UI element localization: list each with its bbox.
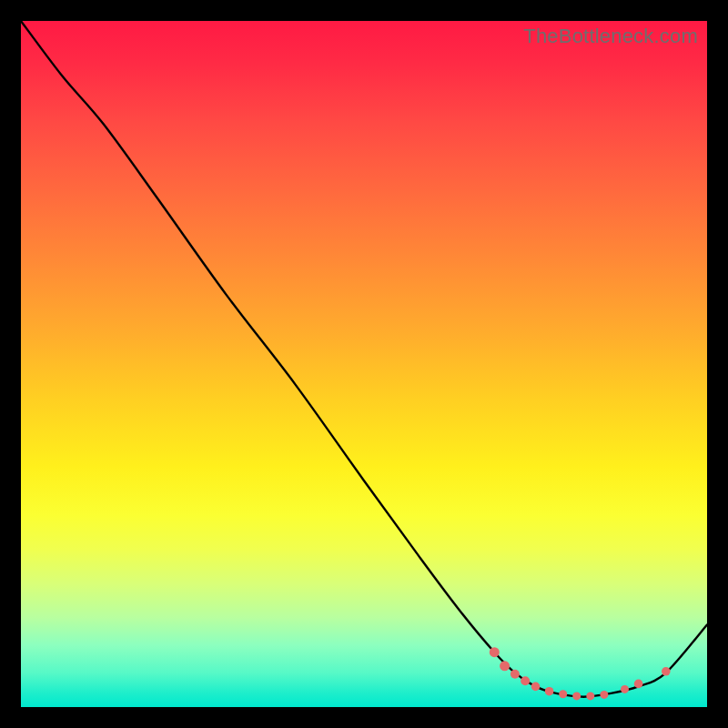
marker-dot [559,690,567,698]
marker-dot [511,670,520,679]
marker-dot [490,647,500,657]
marker-dot [600,691,608,699]
marker-dot [521,676,530,685]
marker-dot [621,685,629,693]
marker-dot [586,692,594,700]
marker-dot [662,667,671,676]
marker-dot [500,661,510,671]
marker-dot [572,692,581,700]
bottleneck-curve [21,21,707,697]
marker-dot [531,682,541,692]
chart-svg [21,21,707,707]
marker-dot [634,680,643,689]
marker-dot [545,687,554,696]
chart-area: TheBottleneck.com [21,21,707,707]
marker-dots [490,647,671,700]
